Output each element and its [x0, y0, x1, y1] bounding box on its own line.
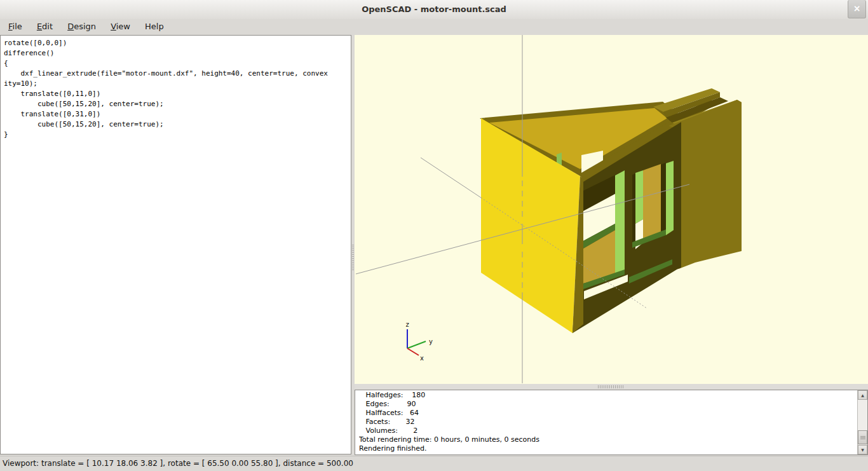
crosshair-diagonal-a — [421, 158, 481, 198]
code-editor[interactable]: rotate([0,0,0]) difference() { dxf_linea… — [0, 35, 351, 454]
menu-view[interactable]: View — [105, 19, 136, 35]
axis-y-line — [407, 341, 426, 348]
menu-file[interactable]: File — [3, 19, 28, 35]
code-text[interactable]: rotate([0,0,0]) difference() { dxf_linea… — [4, 38, 351, 140]
console-line: Halffacets: 64 — [359, 409, 856, 418]
console-line: Facets: 32 — [359, 418, 856, 427]
splitter-grip — [352, 245, 354, 270]
viewport-console-splitter[interactable] — [355, 384, 868, 390]
scroll-down-icon[interactable]: ▼ — [858, 445, 867, 454]
3d-viewport[interactable]: z y x — [355, 35, 868, 384]
console-line: Total rendering time: 0 hours, 0 minutes… — [359, 435, 856, 444]
viewport-status-text: Viewport: translate = [ 10.17 18.06 3.82… — [0, 456, 868, 468]
console-scrollbar[interactable]: ▲ ▼ — [857, 390, 867, 454]
opening-right-outer-green — [666, 161, 674, 235]
console-line: Halfedges: 180 — [359, 391, 856, 400]
console-line: Edges: 90 — [359, 400, 856, 409]
axis-y-label: y — [429, 338, 433, 345]
axis-x-label: x — [420, 355, 424, 362]
close-button[interactable]: × — [848, 0, 866, 18]
status-bar: Viewport: translate = [ 10.17 18.06 3.82… — [0, 456, 868, 471]
scrollbar-thumb[interactable] — [858, 430, 867, 444]
menu-help[interactable]: Help — [139, 19, 170, 35]
splitter-grip — [598, 385, 625, 388]
menu-edit[interactable]: Edit — [31, 19, 58, 35]
close-icon: × — [853, 3, 861, 13]
window-title: OpenSCAD - motor-mount.scad — [0, 0, 868, 19]
opening-right-inner-gold — [643, 164, 661, 243]
3d-canvas: z y x — [355, 35, 868, 384]
opening-left-green-jamb — [615, 170, 625, 275]
menu-design[interactable]: Design — [62, 19, 102, 35]
title-bar: OpenSCAD - motor-mount.scad × — [0, 0, 868, 20]
openscad-window: OpenSCAD - motor-mount.scad × File Edit … — [0, 0, 868, 471]
menu-bar: File Edit Design View Help — [0, 19, 868, 35]
axis-z-label: z — [405, 321, 409, 328]
scroll-up-icon[interactable]: ▲ — [858, 390, 867, 400]
console-panel[interactable]: Halfedges: 180 Edges: 90 Halffacets: 64 … — [355, 390, 868, 455]
console-output: Halfedges: 180 Edges: 90 Halffacets: 64 … — [359, 391, 856, 454]
console-line: Volumes: 2 — [359, 427, 856, 435]
axis-x-line — [407, 348, 419, 355]
console-line: Rendering finished. — [359, 444, 856, 453]
